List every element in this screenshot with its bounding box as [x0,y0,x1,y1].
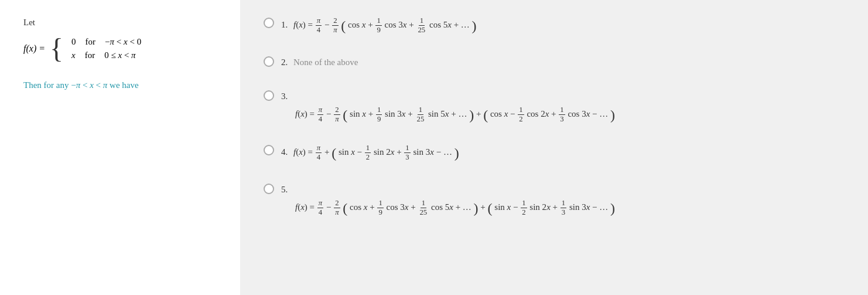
frac-1-2-opt5: 12 [521,199,527,218]
frac-1-9-opt3: 19 [376,106,382,124]
option-1-content: 1. f(x) = π4 − 2π ( cos x + 19 cos 3x + … [281,16,477,35]
frac-1-9-opt5: 19 [377,199,383,218]
option-5-number: 5. [281,182,615,196]
open-paren-3a: ( [343,107,347,122]
option-2-row: 2. None of the above [264,50,845,74]
frac-1-25-opt3: 125 [416,106,426,124]
close-paren-3a: ) [469,107,474,122]
case-2: x for 0 ≤ x < π [71,50,141,60]
piecewise-cases: 0 for −π < x < 0 x for 0 ≤ x < π [71,37,141,60]
option-5-content: 5. f(x) = π4 − 2π ( cos x + 19 cos 3x + … [281,182,615,218]
function-label: f(x) = [23,43,45,54]
option-5-label: 5. [281,185,288,194]
option-5-formula: f(x) = π4 − 2π ( cos x + 19 cos 3x + 125… [295,199,615,218]
right-panel: 1. f(x) = π4 − 2π ( cos x + 19 cos 3x + … [240,0,868,295]
option-3-label: 3. [281,91,288,101]
case-1-for: for [86,37,96,47]
case-1-range: −π < x < 0 [105,37,141,47]
frac-2-pi-opt5: 2π [334,199,340,218]
option-5-row: 5. f(x) = π4 − 2π ( cos x + 19 cos 3x + … [264,178,845,222]
case-2-value: x [71,50,76,60]
open-paren-5b: ( [488,201,493,216]
frac-1-2-opt3: 12 [518,106,524,124]
frac-pi-4: π4 [316,16,322,35]
frac-pi-4-opt4: π4 [316,144,322,162]
case-2-for: for [85,50,95,60]
frac-1-3-opt4: 13 [404,144,410,162]
option-1-row: 1. f(x) = π4 − 2π ( cos x + 19 cos 3x + … [264,12,845,40]
option-2-content: 2. None of the above [281,55,358,69]
option-4-row: 4. f(x) = π4 + ( sin x − 12 sin 2x + 13 … [264,139,845,167]
close-paren-5a: ) [474,201,479,216]
close-paren-1: ) [472,18,477,33]
option-3-radio[interactable] [264,90,274,101]
case-2-range: 0 ≤ x < π [104,50,135,60]
frac-2-pi-opt3: 2π [334,106,340,124]
option-2-text: None of the above [293,57,358,67]
open-paren-5a: ( [343,201,347,216]
frac-1-25-opt5: 125 [418,199,428,218]
frac-pi-4-opt5: π4 [317,199,323,218]
piecewise-definition: { 0 for −π < x < 0 x for 0 ≤ x < π [50,35,141,63]
option-5-radio[interactable] [264,184,274,194]
option-3-row: 3. f(x) = π4 − 2π ( sin x + 19 sin 3x + … [264,84,845,129]
option-4-radio[interactable] [264,145,274,155]
then-text: Then for any −π < x < π we have [23,80,217,90]
case-1-value: 0 [71,37,76,47]
close-paren-3b: ) [610,107,615,122]
frac-1-3-opt3: 13 [559,106,565,124]
option-4-content: 4. f(x) = π4 + ( sin x − 12 sin 2x + 13 … [281,144,459,162]
option-4-label: 4. [281,147,288,157]
frac-1-25-opt1: 125 [416,16,426,35]
frac-1-9-opt1: 19 [375,16,381,35]
close-paren-4: ) [454,145,459,161]
frac-1-2-opt4: 12 [365,144,371,162]
open-paren-3b: ( [483,107,488,122]
left-panel: Let f(x) = { 0 for −π < x < 0 x for 0 ≤ … [0,0,240,295]
option-3-content: 3. f(x) = π4 − 2π ( sin x + 19 sin 3x + … [281,89,615,124]
option-2-radio[interactable] [264,56,274,67]
open-paren-4: ( [332,145,336,161]
option-3-formula: f(x) = π4 − 2π ( sin x + 19 sin 3x + 125… [295,106,615,124]
left-brace: { [50,35,63,63]
frac-2-pi: 2π [332,16,338,35]
option-1-radio[interactable] [264,18,274,28]
close-paren-5b: ) [610,201,615,216]
let-label: Let [23,18,217,28]
frac-1-3-opt5: 13 [561,199,566,218]
option-1-label: 1. [281,20,288,29]
frac-pi-4-opt3: π4 [317,106,323,124]
option-2-label: 2. [281,57,288,67]
option-3-number: 3. [281,89,615,103]
open-paren-1: ( [341,18,346,33]
case-1: 0 for −π < x < 0 [71,37,141,47]
